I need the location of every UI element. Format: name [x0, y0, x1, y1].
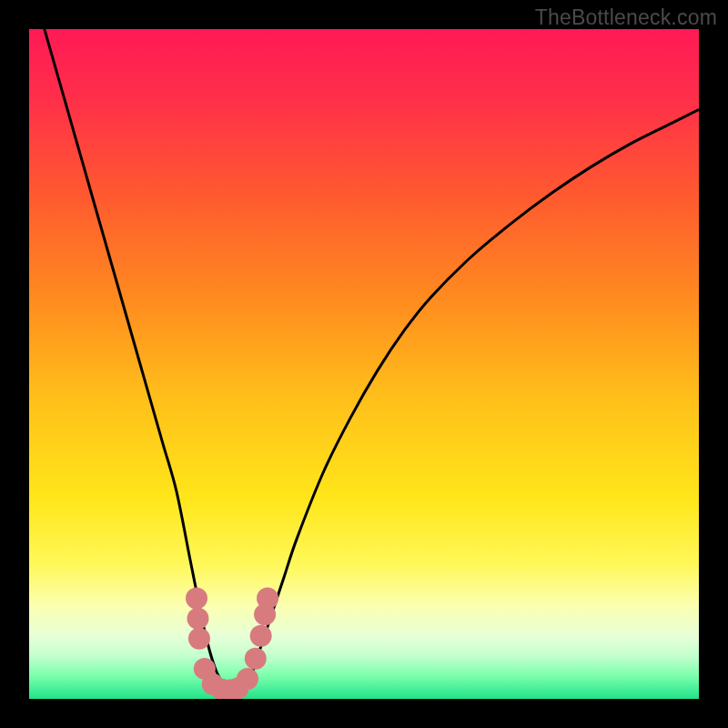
data-marker — [250, 625, 272, 647]
watermark-text: TheBottleneck.com — [535, 5, 717, 30]
data-marker — [237, 668, 258, 690]
chart-svg — [29, 29, 699, 699]
plot-area — [29, 29, 699, 699]
data-marker — [257, 588, 278, 610]
data-marker — [245, 648, 267, 670]
chart-frame: TheBottleneck.com — [0, 0, 728, 728]
data-marker — [187, 608, 208, 630]
heatmap-background — [29, 29, 699, 699]
data-marker — [186, 588, 207, 610]
data-marker — [188, 628, 210, 650]
